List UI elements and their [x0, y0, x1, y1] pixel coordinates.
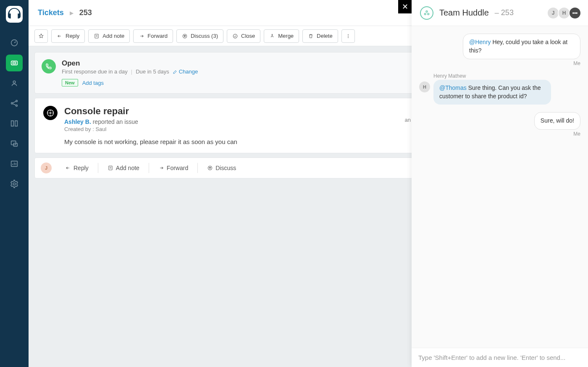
- huddle-input[interactable]: [418, 354, 581, 361]
- chevron-right-icon: ▶: [70, 10, 74, 16]
- svg-point-29: [428, 13, 429, 15]
- nav-reports-icon[interactable]: [6, 155, 23, 172]
- new-badge: New: [62, 79, 78, 87]
- bar-note-button[interactable]: Add note: [102, 162, 145, 174]
- svg-point-15: [184, 36, 185, 37]
- svg-point-10: [13, 183, 16, 185]
- left-nav: [0, 0, 29, 367]
- nav-solutions-icon[interactable]: [6, 115, 23, 132]
- discuss-button[interactable]: Discuss (3): [176, 29, 223, 43]
- svg-rect-22: [109, 166, 112, 170]
- add-note-button[interactable]: Add note: [88, 29, 130, 43]
- forward-button[interactable]: Forward: [133, 29, 173, 43]
- ticket-title: Console repair: [64, 106, 447, 117]
- ticket-body: My console is not working, please repair…: [64, 138, 447, 145]
- ticket-message: Console repair Ashley B. reported an iss…: [34, 98, 456, 153]
- more-actions-button[interactable]: [341, 29, 355, 43]
- team-huddle-panel: ✕ Team Huddle – 253 J H ••• @Henry Hey, …: [412, 0, 588, 367]
- svg-point-5: [16, 100, 18, 102]
- add-tags-link[interactable]: Add tags: [82, 80, 104, 86]
- merge-button[interactable]: Merge: [264, 29, 299, 43]
- huddle-msg-2: @Thomas Sure thing. Can you ask the cust…: [433, 80, 551, 105]
- svg-point-6: [16, 105, 18, 107]
- huddle-msg-2-avatar: H: [419, 81, 430, 92]
- svg-point-3: [13, 81, 16, 84]
- svg-point-4: [11, 102, 13, 104]
- nav-contacts-icon[interactable]: [6, 75, 23, 92]
- created-by-text: Created by : Saul: [64, 126, 447, 132]
- first-response-text: First response due in a day: [62, 68, 128, 75]
- svg-point-13: [184, 35, 185, 36]
- svg-point-25: [210, 167, 211, 168]
- nav-tickets-icon[interactable]: [6, 55, 23, 71]
- reply-button[interactable]: Reply: [51, 29, 85, 43]
- huddle-composer: [412, 348, 588, 367]
- delete-button[interactable]: Delete: [302, 29, 338, 43]
- current-user-avatar: J: [41, 163, 52, 173]
- reply-bar: J Reply Add note Forward Discuss: [34, 157, 456, 178]
- svg-point-18: [348, 36, 349, 37]
- svg-point-24: [209, 167, 210, 168]
- nav-chat-icon[interactable]: [6, 135, 23, 152]
- due-text: Due in 5 days: [136, 68, 169, 75]
- app-logo[interactable]: [6, 6, 23, 23]
- phone-icon: [42, 59, 56, 73]
- breadcrumb-section-link[interactable]: Tickets: [38, 8, 64, 17]
- huddle-msg-3: Sure, will do!: [534, 112, 580, 130]
- huddle-messages: @Henry Hey, could you take a look at thi…: [412, 26, 588, 348]
- huddle-msg-1: @Henry Hey, could you take a look at thi…: [463, 34, 580, 59]
- bar-discuss-button[interactable]: Discuss: [201, 162, 242, 174]
- svg-rect-1: [11, 61, 18, 65]
- huddle-msg-2-sender: Henry Mathew: [433, 73, 466, 79]
- change-link[interactable]: Change: [173, 68, 198, 75]
- svg-point-21: [50, 112, 51, 113]
- huddle-title: Team Huddle: [439, 8, 489, 18]
- svg-point-27: [426, 10, 428, 12]
- breadcrumb-ticket-id: 253: [79, 8, 92, 17]
- svg-rect-2: [13, 62, 16, 64]
- svg-rect-11: [95, 34, 98, 38]
- close-button[interactable]: Close: [227, 29, 260, 43]
- nav-dashboard-icon[interactable]: [6, 34, 23, 51]
- nav-settings-icon[interactable]: [6, 176, 23, 192]
- svg-point-17: [348, 34, 349, 35]
- bar-forward-button[interactable]: Forward: [152, 162, 194, 174]
- huddle-logo-icon: [420, 6, 433, 20]
- huddle-avatar-more[interactable]: •••: [569, 7, 581, 19]
- status-card: Open First response due in a day | Due i…: [34, 52, 456, 94]
- star-button[interactable]: [34, 29, 48, 43]
- bar-reply-button[interactable]: Reply: [59, 162, 94, 174]
- svg-point-19: [348, 37, 349, 38]
- huddle-header: Team Huddle – 253 J H •••: [412, 0, 588, 26]
- status-title: Open: [62, 59, 449, 68]
- reporter-avatar: [43, 106, 58, 120]
- huddle-msg-3-sender: Me: [573, 131, 580, 137]
- svg-point-26: [210, 168, 210, 169]
- svg-point-14: [185, 35, 186, 36]
- nav-social-icon[interactable]: [6, 95, 23, 112]
- huddle-msg-1-sender: Me: [573, 60, 580, 66]
- reporter-link[interactable]: Ashley B.: [64, 118, 91, 125]
- svg-point-28: [424, 13, 426, 15]
- huddle-subtitle: – 253: [495, 8, 514, 17]
- close-huddle-icon[interactable]: ✕: [398, 0, 412, 13]
